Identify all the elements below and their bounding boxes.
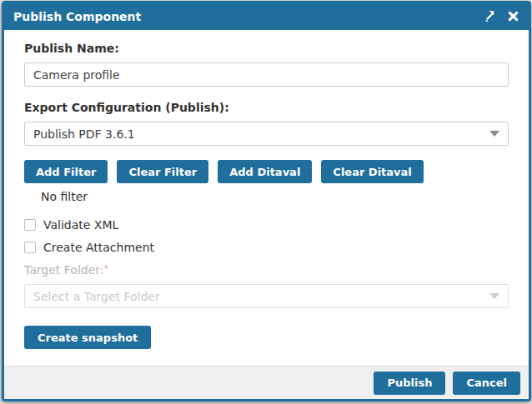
publish-name-label: Publish Name: [24,42,509,55]
create-snapshot-button[interactable]: Create snapshot [24,326,151,349]
export-config-selected-value: Publish PDF 3.6.1 [33,127,483,141]
close-icon[interactable] [506,10,519,23]
create-attachment-label: Create Attachment [43,241,154,254]
create-attachment-row: Create Attachment [24,241,509,254]
export-config-label: Export Configuration (Publish): [24,101,509,114]
export-config-select[interactable]: Publish PDF 3.6.1 [24,122,509,146]
caret-down-icon [489,293,499,299]
target-folder-placeholder: Select a Target Folder [33,290,483,303]
clear-ditaval-button[interactable]: Clear Ditaval [321,160,423,183]
required-asterisk: * [104,263,109,274]
dialog-footer: Publish Cancel [4,366,529,399]
validate-xml-row: Validate XML [24,218,509,232]
add-ditaval-button[interactable]: Add Ditaval [218,160,312,183]
caret-down-icon [489,131,499,137]
validate-xml-checkbox[interactable] [24,219,36,231]
dialog-title: Publish Component [13,10,483,23]
cancel-button[interactable]: Cancel [453,372,520,395]
add-filter-button[interactable]: Add Filter [24,160,108,183]
publish-button[interactable]: Publish [374,372,445,395]
validate-xml-label: Validate XML [43,218,118,232]
target-folder-select: Select a Target Folder [24,284,509,308]
dialog-titlebar[interactable]: Publish Component [3,2,529,30]
target-folder-label: Target Folder:* [24,263,509,277]
dialog-content: Publish Name: Export Configuration (Publ… [4,30,529,366]
publish-name-input[interactable] [24,62,509,87]
expand-icon[interactable] [483,10,496,23]
titlebar-icons [483,10,519,23]
filter-button-row: Add Filter Clear Filter Add Ditaval Clea… [24,160,509,183]
publish-component-dialog: Publish Component [2,1,531,402]
create-attachment-checkbox[interactable] [24,242,36,253]
clear-filter-button[interactable]: Clear Filter [117,160,208,183]
filter-status-text: No filter [41,190,509,203]
